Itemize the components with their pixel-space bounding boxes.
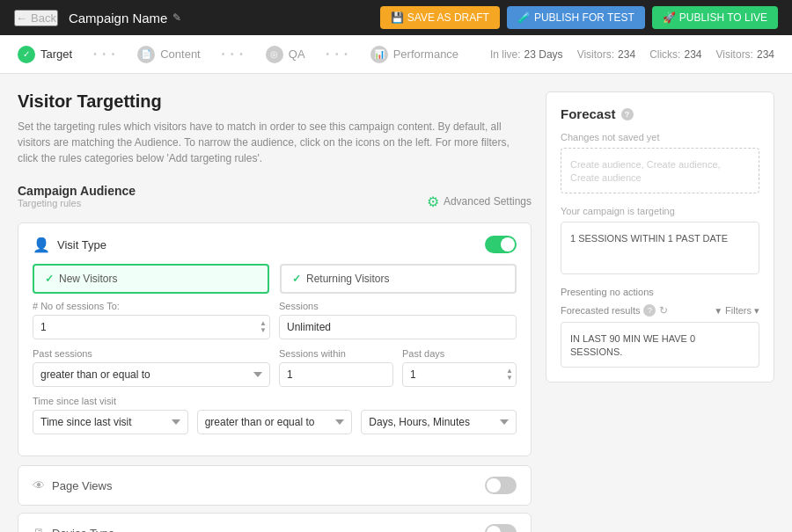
rocket-icon: 🚀	[663, 11, 676, 24]
no-of-sessions-group: # No of sessions To: ▲ ▼	[33, 301, 270, 339]
topbar-actions: 💾 SAVE AS DRAFT 🧪 PUBLISH FOR TEST 🚀 PUB…	[380, 6, 778, 29]
forecast-panel: Forecast ? Changes not saved yet Create …	[546, 91, 774, 383]
time-op-select[interactable]: greater than or equal to	[197, 410, 353, 434]
sessions-within-input[interactable]	[279, 362, 393, 387]
time-unit-select[interactable]: Days, Hours, Minutes	[361, 410, 517, 434]
flask-icon: 🧪	[517, 11, 531, 24]
campaign-stats: In live: 23 Days Visitors: 234 Clicks: 2…	[490, 48, 774, 61]
forecasted-info-icon[interactable]: ?	[643, 304, 656, 317]
targeting-label: Your campaign is targeting	[561, 206, 759, 216]
past-sessions-group: Past sessions greater than or equal to	[33, 348, 270, 387]
topbar: Back Campaign Name ✎ 💾 SAVE AS DRAFT 🧪 P…	[0, 0, 792, 35]
stepbar: ✓ Target • • • 📄 Content • • • ◎ QA • • …	[0, 35, 792, 74]
step-content[interactable]: 📄 Content	[137, 46, 201, 63]
filters-button[interactable]: ▼ Filters ▾	[714, 305, 759, 317]
stat-clicks: Clicks: 234	[649, 48, 701, 61]
time-unit-spinner: Days, Hours, Minutes	[361, 410, 517, 434]
step-dot-performance: 📊	[370, 46, 388, 63]
chevron-down-icon: ▾	[754, 305, 759, 317]
stat-visitors: Visitors: 234	[577, 48, 636, 61]
collapsed-rows: 👁 Page Views 🖥 Device Type 📍 Countries/C…	[18, 465, 532, 532]
step-dot-content: 📄	[137, 46, 155, 63]
new-visitors-button[interactable]: ✓ New Visitors	[33, 264, 269, 294]
targeting-row-page-views[interactable]: 👁 Page Views	[18, 465, 532, 506]
check-inactive-icon: ✓	[292, 273, 301, 285]
stat-in-live: In live: 23 Days	[490, 48, 563, 61]
page-views-toggle[interactable]	[485, 477, 517, 494]
edit-icon[interactable]: ✎	[172, 11, 181, 24]
changes-label: Changes not saved yet	[561, 132, 759, 142]
main-content: Visitor Targetting Set the targeting rul…	[0, 74, 792, 532]
targeting-result-box: 1 SESSIONS WITHIN 1 PAST DATE	[561, 222, 759, 274]
advanced-settings-button[interactable]: ⚙ Advanced Settings	[427, 193, 532, 210]
sessions-box: IN LAST 90 MIN WE HAVE 0 SESSIONS.	[561, 322, 759, 368]
returning-visitors-button[interactable]: ✓ Returning Visitors	[280, 264, 517, 294]
page-description: Set the targeting rules which visitors h…	[18, 119, 532, 166]
time-op-group: greater than or equal to	[197, 396, 353, 434]
gear-icon: ⚙	[427, 193, 439, 210]
visit-type-toggle[interactable]	[485, 236, 517, 253]
card-title: 👤 Visit Type	[33, 237, 106, 253]
left-panel: Visitor Targetting Set the targeting rul…	[18, 91, 532, 514]
check-icon: ✓	[45, 273, 54, 285]
past-days-input[interactable]	[402, 362, 517, 387]
past-days-down[interactable]: ▼	[506, 375, 513, 382]
past-sessions-select[interactable]: greater than or equal to	[33, 362, 270, 387]
page-views-label: Page Views	[52, 479, 112, 492]
refresh-icon[interactable]: ↻	[659, 304, 668, 317]
no-of-sessions-input[interactable]	[33, 315, 270, 339]
publish-test-button[interactable]: 🧪 PUBLISH FOR TEST	[507, 6, 645, 29]
sessions-row: # No of sessions To: ▲ ▼ Sessions	[33, 301, 517, 339]
forecast-info-icon[interactable]: ?	[621, 108, 634, 120]
time-unit-group: Days, Hours, Minutes	[361, 396, 517, 434]
publish-live-button[interactable]: 🚀 PUBLISH TO LIVE	[652, 6, 778, 29]
person-icon: 👤	[33, 237, 50, 253]
step-dot-qa: ◎	[266, 46, 283, 63]
sessions-within-group: Sessions within	[279, 348, 393, 387]
step-qa[interactable]: ◎ QA	[266, 46, 305, 63]
section-header: Campaign Audience Targeting rules ⚙ Adva…	[18, 184, 532, 219]
presenting-label: Presenting no actions	[561, 287, 759, 297]
past-days-group: Past days ▲ ▼	[402, 348, 517, 387]
page-title: Visitor Targetting	[18, 91, 532, 112]
steps: ✓ Target • • • 📄 Content • • • ◎ QA • • …	[18, 46, 458, 63]
step-performance[interactable]: 📊 Performance	[370, 46, 458, 63]
audience-box: Create audience, Create audience, Create…	[561, 148, 759, 193]
time-since-select[interactable]: Time since last visit	[33, 410, 188, 434]
forecasted-header: Forecasted results ? ↻ ▼ Filters ▾	[561, 304, 759, 317]
past-sessions-row: Past sessions greater than or equal to S…	[33, 348, 517, 387]
no-of-sessions-spinner: ▲ ▼	[33, 315, 270, 339]
page-views-icon: 👁	[33, 478, 45, 492]
past-days-spinner: ▲ ▼	[402, 362, 517, 387]
save-icon: 💾	[391, 11, 404, 24]
step-dot-target: ✓	[18, 46, 35, 63]
visitor-type-row: ✓ New Visitors ✓ Returning Visitors	[33, 264, 517, 294]
card-header: 👤 Visit Type	[33, 236, 517, 253]
save-draft-button[interactable]: 💾 SAVE AS DRAFT	[380, 6, 500, 29]
filter-icon: ▼	[714, 306, 722, 316]
section-title: Campaign Audience	[18, 184, 136, 198]
targeting-result-text: 1 SESSIONS WITHIN 1 PAST DATE	[570, 233, 728, 244]
back-label: Back	[31, 11, 56, 25]
device-type-icon: 🖥	[33, 526, 45, 532]
time-since-row: Time since last visit Time since last vi…	[33, 396, 517, 434]
time-since-group: Time since last visit Time since last vi…	[33, 396, 188, 434]
row-left: 🖥 Device Type	[33, 526, 114, 532]
section-subtitle: Targeting rules	[18, 198, 136, 208]
forecast-title: Forecast ?	[561, 106, 759, 121]
sessions-input[interactable]	[279, 315, 517, 339]
spinner-down[interactable]: ▼	[260, 327, 267, 334]
back-button[interactable]: Back	[14, 10, 58, 26]
device-type-label: Device Type	[52, 527, 114, 533]
forecasted-label: Forecasted results ? ↻	[561, 304, 668, 317]
device-type-toggle[interactable]	[485, 524, 517, 532]
campaign-title: Campaign Name ✎	[69, 11, 370, 26]
sessions-group: Sessions	[279, 301, 517, 339]
sessions-text: IN LAST 90 MIN WE HAVE 0 SESSIONS.	[570, 333, 695, 357]
stat-visitors2: Visitors: 234	[716, 48, 775, 61]
row-left: 👁 Page Views	[33, 478, 112, 492]
visit-type-card: 👤 Visit Type ✓ New Visitors ✓ Returning …	[18, 222, 532, 456]
audience-placeholder: Create audience, Create audience, Create…	[570, 159, 721, 183]
targeting-row-device-type[interactable]: 🖥 Device Type	[18, 513, 532, 532]
step-target[interactable]: ✓ Target	[18, 46, 72, 63]
